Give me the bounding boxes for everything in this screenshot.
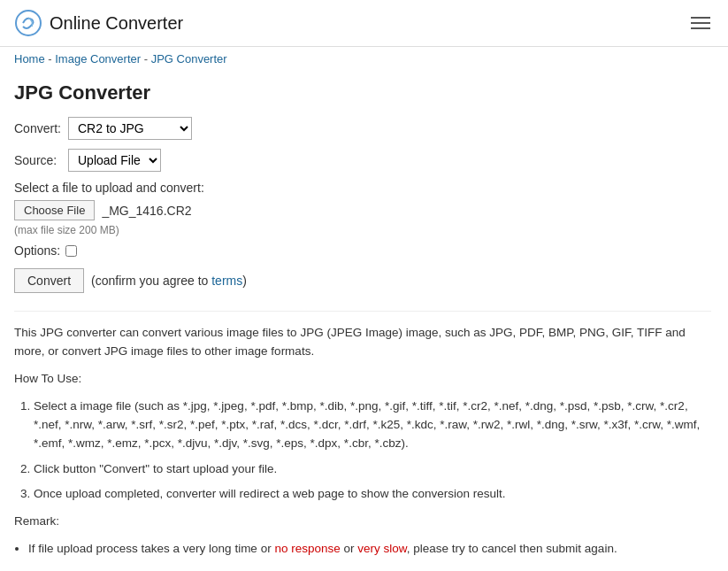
agree-close: ) <box>242 274 247 288</box>
breadcrumb-home[interactable]: Home <box>14 52 45 66</box>
convert-label: Convert: <box>14 121 63 135</box>
file-row: Choose File _MG_1416.CR2 <box>14 200 711 220</box>
terms-link[interactable]: terms <box>211 274 242 288</box>
remark-section: Remark: If file upload process takes a v… <box>14 513 711 559</box>
breadcrumb-sep1: - <box>45 52 56 66</box>
options-checkbox[interactable] <box>65 245 77 257</box>
app-title: Online Converter <box>50 13 183 34</box>
how-to-use-title: How To Use: <box>14 370 711 389</box>
options-row: Options: <box>14 243 711 258</box>
header: Online Converter <box>0 0 728 47</box>
agree-prefix: (confirm you agree to <box>91 274 208 288</box>
info-section: This JPG converter can convert various i… <box>14 324 711 559</box>
remark-list: If file upload process takes a very long… <box>14 540 711 559</box>
file-name: _MG_1416.CR2 <box>102 204 191 218</box>
breadcrumb-sep2: - <box>141 52 151 66</box>
main-content: JPG Converter Convert: CR2 to JPG JPG to… <box>0 71 725 571</box>
source-select[interactable]: Upload File URL <box>68 149 161 172</box>
agree-text: (confirm you agree to terms) <box>91 274 247 288</box>
convert-select[interactable]: CR2 to JPG JPG to PDF JPG to PNG PNG to … <box>68 117 192 140</box>
header-left: Online Converter <box>14 9 183 37</box>
breadcrumb-jpg-converter[interactable]: JPG Converter <box>151 52 227 66</box>
remark-no-response: no response <box>274 542 340 555</box>
remark-title: Remark: <box>14 513 711 531</box>
upload-label: Select a file to upload and convert: <box>14 181 711 195</box>
logo-icon <box>14 9 42 37</box>
options-label: Options: <box>14 243 60 258</box>
convert-button-row: Convert (confirm you agree to terms) <box>14 268 711 293</box>
step-1: Select a image file (such as *.jpg, *.jp… <box>34 397 711 453</box>
hamburger-line3 <box>691 27 710 29</box>
choose-file-button[interactable]: Choose File <box>14 200 95 220</box>
breadcrumb: Home - Image Converter - JPG Converter <box>0 47 728 71</box>
svg-point-0 <box>16 11 41 35</box>
divider <box>14 311 711 312</box>
remark-very-slow: very slow <box>357 542 407 555</box>
convert-button[interactable]: Convert <box>14 268 84 293</box>
how-to-use-section: How To Use: Select a image file (such as… <box>14 370 711 505</box>
convert-row: Convert: CR2 to JPG JPG to PDF JPG to PN… <box>14 117 711 140</box>
steps-list: Select a image file (such as *.jpg, *.jp… <box>14 397 711 505</box>
hamburger-menu[interactable] <box>687 13 714 33</box>
description-text: This JPG converter can convert various i… <box>14 324 711 361</box>
source-label: Source: <box>14 153 63 167</box>
step-3: Once upload completed, converter will re… <box>34 485 711 504</box>
remark-item-1: If file upload process takes a very long… <box>28 540 711 559</box>
source-row: Source: Upload File URL <box>14 149 711 172</box>
hamburger-line1 <box>691 17 710 19</box>
breadcrumb-image-converter[interactable]: Image Converter <box>55 52 141 66</box>
step-2: Click button "Convert" to start upload y… <box>34 460 711 479</box>
hamburger-line2 <box>691 22 710 24</box>
max-size-text: (max file size 200 MB) <box>14 224 711 236</box>
page-title: JPG Converter <box>14 81 711 104</box>
